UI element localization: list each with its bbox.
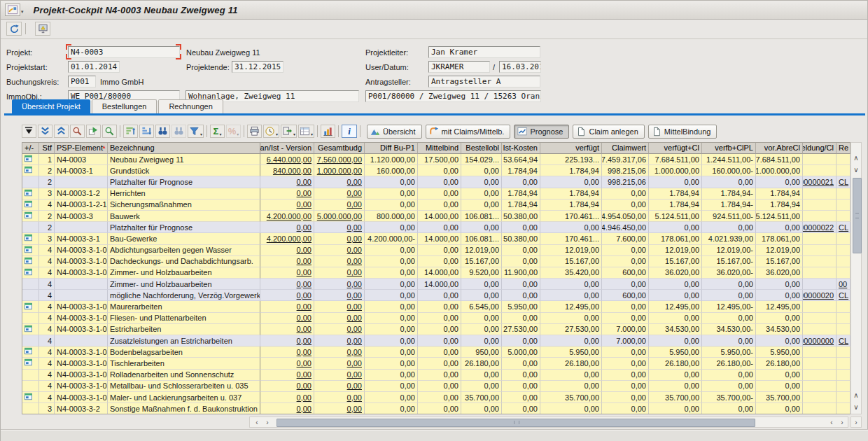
sum-icon[interactable]: Σ▾ (210, 125, 225, 138)
collapse-all-icon[interactable] (54, 125, 69, 138)
cell-budget[interactable]: 0,00 (314, 370, 365, 381)
col-header-claimwert[interactable]: Claimwert (602, 143, 649, 154)
cell-plan[interactable]: 0,00 (260, 370, 314, 381)
cell-budget[interactable]: 0,00 (314, 233, 365, 244)
table-row[interactable]: 3N4-0003-3-1Bau-Gewerke4.200.000,000,004… (22, 233, 850, 244)
cell-plan[interactable]: 840.000,00 (260, 165, 314, 176)
col-header-stf[interactable]: Stf (39, 143, 55, 154)
cell-plan[interactable]: 0,00 (260, 176, 314, 188)
scroll-up-icon[interactable]: ∧ (851, 153, 861, 162)
col-header-istkosten[interactable]: Ist-Kosten (502, 143, 540, 154)
table-row[interactable]: 4N4-0003-3-1-020Dachdeckungs- und Dachab… (22, 256, 850, 267)
cell-re[interactable]: CL (836, 176, 850, 188)
subtotal-icon[interactable]: %▾ (226, 125, 241, 138)
cell-re[interactable]: CL (836, 335, 850, 346)
table-row[interactable]: 4mögliche Nachforderung, Verzög.Vorgewer… (22, 290, 850, 301)
scroll-left-icon[interactable]: ‹ (252, 417, 262, 427)
scroll-right-icon[interactable]: › (262, 417, 272, 427)
info-button[interactable]: i (342, 125, 357, 138)
table-row[interactable]: 4N4-0003-3-1-031Metallbau- und Schlosser… (22, 381, 850, 392)
col-header-bestellobl[interactable]: Bestellobl (461, 143, 502, 154)
cell-budget[interactable]: 0,00 (314, 358, 365, 369)
cell-plan[interactable]: 4.200.000,00 (260, 233, 314, 244)
position-icon[interactable] (86, 125, 101, 138)
cell-plan[interactable]: 0,00 (260, 392, 314, 403)
table-row[interactable]: 2N4-0003-3Bauwerk4.200.000,005.000.000,0… (22, 211, 850, 222)
tab-uebersicht-projekt[interactable]: Übersicht Projekt (12, 99, 90, 113)
tab-rechnungen[interactable]: Rechnungen (158, 99, 223, 113)
find-next-icon[interactable] (172, 125, 186, 138)
col-header-verfbclpl[interactable]: verfb+ClPL (702, 143, 756, 154)
print-icon[interactable] (247, 125, 262, 138)
refresh-button[interactable] (6, 22, 22, 36)
cell-budget[interactable]: 0,00 (314, 256, 365, 267)
detail-icon[interactable] (70, 125, 85, 138)
legend-button[interactable] (35, 22, 50, 36)
cell-budget[interactable]: 0,00 (314, 290, 365, 301)
cell-budget[interactable]: 0,00 (314, 176, 365, 188)
cell-plan[interactable]: 4.200.000,00 (260, 211, 314, 222)
col-header-mittelbind[interactable]: Mittelbind (418, 143, 461, 154)
table-row[interactable]: 4N4-0003-3-1-027Tischlerarbeiten0,000,00… (22, 358, 850, 369)
cell-plan[interactable]: 0,00 (260, 200, 314, 211)
col-header-verfuegt[interactable]: verfügt (540, 143, 602, 154)
tab-bestellungen[interactable]: Bestellungen (92, 99, 158, 113)
table-row[interactable]: 4N4-0003-3-1-018Abdichtungsarbeiten gege… (22, 245, 850, 256)
table-row[interactable]: 4N4-0003-3-1-012Maurerarbeiten0,000,000,… (22, 301, 850, 312)
projektstart-field[interactable]: 01.01.2014 (68, 61, 120, 73)
cell-plan[interactable]: 0,00 (260, 222, 314, 233)
cell-plan[interactable]: 0,00 (260, 324, 314, 335)
prognose-button[interactable]: Prognose (514, 125, 569, 139)
antragsteller-field[interactable]: Antragsteller A (428, 76, 540, 88)
cell-budget[interactable]: 5.000.000,00 (314, 211, 365, 222)
table-row[interactable]: 4N4-0003-1-2-1Sicherungsmaßnahmen0,000,0… (22, 200, 850, 211)
table-row[interactable]: 2Platzhalter für Prognose0,000,000,000,0… (22, 222, 850, 233)
cell-budget[interactable]: 0,00 (314, 392, 365, 403)
cell-plan[interactable]: 0,00 (260, 290, 314, 301)
scroll-left-icon[interactable]: ‹ (827, 417, 836, 427)
collapse-subtree-icon[interactable] (22, 125, 36, 138)
cell-budget[interactable]: 0,00 (314, 346, 365, 358)
sort-descending-icon[interactable] (139, 125, 154, 138)
cell-meldung[interactable]: 400000022 (803, 222, 836, 233)
cell-plan[interactable]: 0,00 (260, 346, 314, 358)
projektende-field[interactable]: 31.12.2015 (232, 61, 284, 73)
table-row[interactable]: 4Zusatzleistungen an Estricharbeiten0,00… (22, 335, 850, 346)
col-header-meldung[interactable]: Meldung/Cl (803, 143, 836, 154)
col-header-re[interactable]: Re (836, 143, 850, 154)
vertical-scrollbar[interactable]: ∧ ∨ ∧ ∨ (850, 142, 862, 414)
table-row[interactable]: 2Platzhalter für Prognose0,000,000,000,0… (22, 176, 850, 188)
table-row[interactable]: 3N4-0003-3-2Sonstige Maßnahmen f. d. Bau… (22, 403, 850, 414)
scroll-up-icon[interactable]: ∧ (851, 390, 861, 400)
find-icon[interactable] (155, 125, 170, 138)
layout-icon[interactable]: ▾ (298, 125, 314, 138)
cell-budget[interactable]: 7.560.000,00 (314, 154, 365, 165)
table-row[interactable]: 2N4-0003-1Grundstück840.000,001.000.000,… (22, 165, 850, 176)
table-row[interactable]: 4N4-0003-3-1-024Fliesen- und Plattenarbe… (22, 313, 850, 324)
table-row[interactable]: 1N4-0003Neubau Zweigweg 116.440.000,007.… (22, 154, 850, 165)
table-row[interactable]: 4Zimmer- und Holzbauarbeiten0,000,000,00… (22, 279, 850, 290)
scroll-right-icon[interactable]: › (837, 417, 847, 427)
buchungskreis-field[interactable]: P001 (68, 76, 96, 88)
cell-budget[interactable]: 0,00 (314, 381, 365, 392)
col-header-budget[interactable]: Gesamtbudg (314, 143, 365, 154)
cell-budget[interactable]: 0,00 (314, 267, 365, 279)
claim-anlegen-button[interactable]: Claim anlegen (573, 125, 644, 139)
table-row[interactable]: 4N4-0003-3-1-030Rolladenarbeiten und Son… (22, 370, 850, 381)
horizontal-scroll-thumb[interactable] (276, 419, 755, 427)
cell-re[interactable]: 00 (836, 279, 850, 290)
cell-budget[interactable]: 0,00 (314, 188, 365, 200)
mittelbindung-button[interactable]: MittelBindung (648, 125, 718, 139)
projektleiter-field[interactable]: Jan Kramer (428, 46, 540, 58)
export-icon[interactable]: ▾ (281, 125, 297, 138)
cell-meldung[interactable]: 400000021 (803, 176, 836, 188)
sort-ascending-icon[interactable] (123, 125, 138, 138)
cell-budget[interactable]: 0,00 (314, 301, 365, 312)
projekt-field[interactable]: N4-0003 (68, 46, 180, 58)
col-header-vorabrecl[interactable]: vor.AbreCl (756, 143, 803, 154)
cell-budget[interactable]: 0,00 (314, 335, 365, 346)
cell-plan[interactable]: 0,00 (260, 381, 314, 392)
table-row[interactable]: 3N4-0003-1-2Herrichten0,000,000,000,000,… (22, 188, 850, 200)
col-header-name[interactable]: Bezeichnung (108, 143, 260, 154)
table-row[interactable]: 4N4-0003-3-1-025Estricharbeiten0,000,000… (22, 324, 850, 335)
